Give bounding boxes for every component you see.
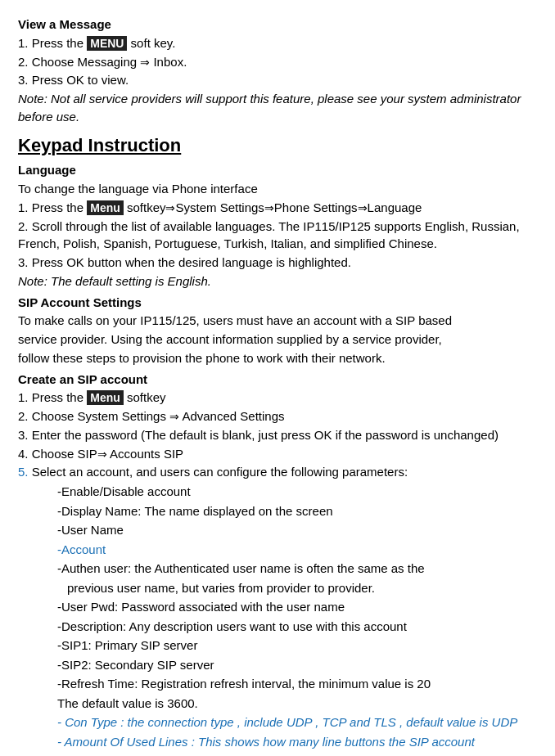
language-step2: 2. Scroll through the list of available …	[18, 218, 537, 254]
language-note: Note: The default setting is English.	[18, 272, 537, 290]
sip-step2: 2. Choose System Settings ⇒ Advanced Set…	[18, 407, 537, 425]
param-username: -User Name	[57, 521, 537, 540]
sip-step5: 5. Select an account, and users can conf…	[18, 463, 537, 481]
param-refresh: -Refresh Time: Registration refresh inte…	[57, 675, 537, 694]
sip-step1: 1. Press the Menu softkey	[18, 389, 537, 407]
language-step3: 3. Press OK button when the desired lang…	[18, 254, 537, 272]
sip-intro2: service provider. Using the account info…	[18, 331, 537, 349]
param-authen1: -Authen user: the Authenticated user nam…	[57, 560, 537, 578]
sip-title: SIP Account Settings	[18, 294, 537, 312]
keypad-instruction-heading: Keypad Instruction	[18, 133, 537, 159]
view-step1-rest: soft key.	[127, 36, 175, 50]
language-step1: 1. Press the Menu softkey⇒System Setting…	[18, 199, 537, 217]
param-amount2: occupies. The default value is 2.	[70, 752, 537, 756]
param-userpwd: -User Pwd: Password associated with the …	[57, 598, 537, 617]
sip-step4: 4. Choose SIP⇒ Accounts SIP	[18, 445, 537, 463]
view-note: Note: Not all service providers will sup…	[18, 90, 537, 126]
view-step3: 3. Press OK to view.	[18, 71, 537, 89]
param-account: -Account	[57, 541, 537, 560]
language-intro: To change the language via Phone interfa…	[18, 180, 537, 198]
create-sip-title: Create an SIP account	[18, 371, 537, 389]
language-title: Language	[18, 161, 537, 179]
view-step2: 2. Choose Messaging ⇒ Inbox.	[18, 53, 537, 71]
param-sip2: -SIP2: Secondary SIP server	[57, 656, 537, 675]
param-sip1: -SIP1: Primary SIP server	[57, 637, 537, 655]
view-step1-text: 1. Press the	[18, 36, 87, 50]
view-message-title: View a Message	[18, 16, 537, 34]
menu-key-1: MENU	[87, 36, 127, 51]
sip-intro1: To make calls on your IP115/125, users m…	[18, 312, 537, 330]
sip-params-block: -Enable/Disable account -Display Name: T…	[57, 483, 537, 756]
param-display: -Display Name: The name displayed on the…	[57, 502, 537, 521]
param-amount1: - Amount Of Used Lines : This shows how …	[57, 733, 537, 752]
menu-key-2: Menu	[87, 200, 124, 215]
param-authen2: previous user name, but varies from prov…	[67, 579, 537, 598]
sip-intro3: follow these steps to provision the phon…	[18, 349, 537, 367]
param-enable: -Enable/Disable account	[57, 483, 537, 502]
sip-step3: 3. Enter the password (The default is bl…	[18, 426, 537, 444]
param-contype: - Con Type : the connection type , inclu…	[57, 713, 537, 732]
view-step1: 1. Press the MENU soft key.	[18, 34, 537, 52]
param-description: -Description: Any description users want…	[57, 618, 537, 637]
param-default: The default value is 3600.	[57, 695, 537, 713]
menu-key-3: Menu	[87, 390, 124, 405]
